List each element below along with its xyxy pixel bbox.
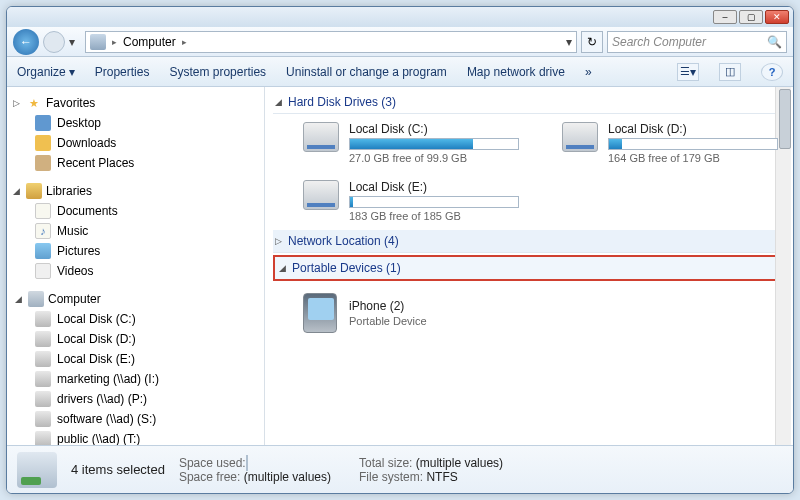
selection-icon <box>17 452 57 488</box>
sidebar-item-drive-e[interactable]: Local Disk (E:) <box>7 349 264 369</box>
more-commands-button[interactable]: » <box>585 65 592 79</box>
sidebar-item-recent[interactable]: Recent Places <box>7 153 264 173</box>
libraries-label: Libraries <box>46 184 92 198</box>
drive-icon <box>562 122 598 152</box>
network-drive-icon <box>35 371 51 387</box>
drive-name: Local Disk (D:) <box>608 122 781 136</box>
organize-menu[interactable]: Organize ▾ <box>17 65 75 79</box>
computer-icon <box>90 34 106 50</box>
nav-history-dropdown[interactable]: ▾ <box>69 35 81 49</box>
sidebar-item-pictures[interactable]: Pictures <box>7 241 264 261</box>
network-drive-icon <box>35 431 51 445</box>
collapse-icon: ◢ <box>275 97 282 107</box>
sidebar-item-desktop[interactable]: Desktop <box>7 113 264 133</box>
drive-item-c[interactable]: Local Disk (C:) 27.0 GB free of 99.9 GB <box>303 122 522 164</box>
refresh-button[interactable]: ↻ <box>581 31 603 53</box>
device-type: Portable Device <box>349 315 427 327</box>
computer-icon <box>28 291 44 307</box>
navigation-pane: ▷★Favorites Desktop Downloads Recent Pla… <box>7 87 265 445</box>
group-label: Portable Devices (1) <box>292 261 401 275</box>
breadcrumb-location[interactable]: Computer <box>123 35 176 49</box>
map-drive-button[interactable]: Map network drive <box>467 65 565 79</box>
videos-icon <box>35 263 51 279</box>
sidebar-item-drive-d[interactable]: Local Disk (D:) <box>7 329 264 349</box>
minimize-button[interactable]: – <box>713 10 737 24</box>
titlebar: – ▢ ✕ <box>7 7 793 27</box>
capacity-bar <box>349 196 519 208</box>
network-drive-icon <box>35 391 51 407</box>
total-size-label: Total size: <box>359 456 412 470</box>
drive-item-d[interactable]: Local Disk (D:) 164 GB free of 179 GB <box>562 122 781 164</box>
portable-device-item[interactable]: iPhone (2) Portable Device <box>273 283 785 343</box>
back-button[interactable]: ← <box>13 29 39 55</box>
sidebar-item-drive-s[interactable]: software (\\ad) (S:) <box>7 409 264 429</box>
space-used-bar <box>246 455 248 471</box>
address-bar[interactable]: ▸ Computer ▸ ▾ <box>85 31 577 53</box>
group-label: Hard Disk Drives (3) <box>288 95 396 109</box>
close-button[interactable]: ✕ <box>765 10 789 24</box>
file-system-value: NTFS <box>426 470 457 484</box>
computer-group[interactable]: ◢Computer <box>11 289 260 309</box>
favorites-label: Favorites <box>46 96 95 110</box>
drive-free-text: 164 GB free of 179 GB <box>608 152 781 164</box>
properties-button[interactable]: Properties <box>95 65 150 79</box>
phone-icon <box>303 293 337 333</box>
file-system-label: File system: <box>359 470 423 484</box>
maximize-button[interactable]: ▢ <box>739 10 763 24</box>
system-properties-button[interactable]: System properties <box>169 65 266 79</box>
collapse-icon: ◢ <box>13 186 22 196</box>
libraries-group[interactable]: ◢Libraries <box>7 181 264 201</box>
group-portable-devices[interactable]: ◢ Portable Devices (1) <box>273 255 785 281</box>
computer-label: Computer <box>48 292 101 306</box>
chevron-down-icon: ▾ <box>690 65 696 79</box>
capacity-bar <box>349 138 519 150</box>
drive-name: Local Disk (C:) <box>349 122 522 136</box>
view-options-button[interactable]: ☰▾ <box>677 63 699 81</box>
space-free-value: (multiple values) <box>244 470 331 484</box>
total-size-value: (multiple values) <box>416 456 503 470</box>
drive-item-e[interactable]: Local Disk (E:) 183 GB free of 185 GB <box>303 180 563 222</box>
favorites-group[interactable]: ▷★Favorites <box>7 93 264 113</box>
search-placeholder: Search Computer <box>612 35 706 49</box>
device-name: iPhone (2) <box>349 299 427 313</box>
sidebar-item-videos[interactable]: Videos <box>7 261 264 281</box>
sidebar-item-drive-i[interactable]: marketing (\\ad) (I:) <box>7 369 264 389</box>
details-pane: 4 items selected Space used: Space free:… <box>7 445 793 493</box>
sidebar-item-downloads[interactable]: Downloads <box>7 133 264 153</box>
group-label: Network Location (4) <box>288 234 399 248</box>
refresh-icon: ↻ <box>587 35 597 49</box>
sidebar-item-drive-t[interactable]: public (\\ad) (T:) <box>7 429 264 445</box>
search-icon: 🔍 <box>767 35 782 49</box>
drive-icon <box>35 311 51 327</box>
forward-button[interactable] <box>43 31 65 53</box>
explorer-window: – ▢ ✕ ← ▾ ▸ Computer ▸ ▾ ↻ Search Comput… <box>6 6 794 494</box>
star-icon: ★ <box>26 95 42 111</box>
drive-icon <box>35 331 51 347</box>
uninstall-button[interactable]: Uninstall or change a program <box>286 65 447 79</box>
search-input[interactable]: Search Computer 🔍 <box>607 31 787 53</box>
chevron-down-icon: ▾ <box>69 65 75 79</box>
capacity-bar <box>608 138 778 150</box>
drive-icon <box>35 351 51 367</box>
group-hard-disk-drives[interactable]: ◢ Hard Disk Drives (3) <box>273 91 785 114</box>
drive-icon <box>303 180 339 210</box>
group-network-location[interactable]: ▷ Network Location (4) <box>273 230 785 253</box>
breadcrumb-sep-icon[interactable]: ▸ <box>182 37 187 47</box>
drive-free-text: 183 GB free of 185 GB <box>349 210 563 222</box>
address-dropdown-icon[interactable]: ▾ <box>566 35 572 49</box>
folder-icon <box>35 135 51 151</box>
sidebar-item-music[interactable]: ♪Music <box>7 221 264 241</box>
scrollbar-thumb[interactable] <box>779 89 791 149</box>
help-button[interactable]: ? <box>761 63 783 81</box>
sidebar-item-documents[interactable]: Documents <box>7 201 264 221</box>
collapse-icon: ◢ <box>15 294 24 304</box>
library-icon <box>26 183 42 199</box>
drive-free-text: 27.0 GB free of 99.9 GB <box>349 152 522 164</box>
space-free-label: Space free: <box>179 470 240 484</box>
sidebar-item-drive-p[interactable]: drivers (\\ad) (P:) <box>7 389 264 409</box>
document-icon <box>35 203 51 219</box>
preview-pane-button[interactable]: ◫ <box>719 63 741 81</box>
sidebar-item-drive-c[interactable]: Local Disk (C:) <box>7 309 264 329</box>
pictures-icon <box>35 243 51 259</box>
collapse-icon: ◢ <box>279 263 286 273</box>
